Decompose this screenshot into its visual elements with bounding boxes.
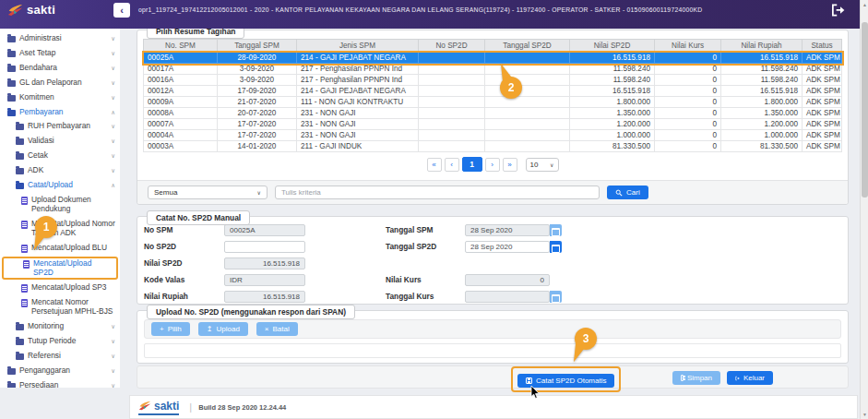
table-row-00012A[interactable]: 00012A17-09-2020214 - GAJI PEJABAT NEGAR… [144, 86, 842, 97]
input-no-spm [224, 224, 305, 236]
label-tanggal-spm: Tanggal SPM [386, 224, 433, 236]
label-nilai-rupiah: Nilai Rupiah [144, 291, 188, 303]
cell-no-sp2d [419, 130, 485, 141]
chevron-down-icon: ∨ [111, 152, 115, 160]
sidebar-item-aset-tetap[interactable]: Aset Tetap∨ [0, 46, 120, 61]
batal-button[interactable]: × Batal [256, 322, 298, 336]
build-info: Build 28 Sep 2020 12.24.44 [198, 403, 286, 412]
upload-toolbar: + Pilih ↥ Upload × Batal [144, 319, 841, 339]
cell-no-spm: 00025A [144, 53, 218, 64]
sidebar-item-upload-dokumen-pendukung[interactable]: Upload Dokumen Pendukung [0, 193, 120, 217]
upload-button[interactable]: ↥ Upload [198, 322, 248, 336]
input-no-sp2d[interactable] [224, 241, 305, 253]
table-row-00016A[interactable]: 00016A3-09-2020217 - Penghasilan PPNPN I… [144, 75, 842, 86]
cell-status: ADK SPM [803, 97, 842, 108]
table-row-00025A[interactable]: 00025A28-09-2020214 - GAJI PEJABAT NEGAR… [144, 53, 842, 64]
criteria-input[interactable] [275, 186, 600, 199]
sidebar-item-gl-dan-pelaporan[interactable]: GL dan Pelaporan∨ [0, 76, 120, 90]
scroll-up-icon[interactable]: ▲ [861, 0, 868, 9]
cell-nilai-kurs: 0 [655, 119, 721, 130]
column-header-no-spm: No. SPM [144, 40, 218, 53]
cell-status: ADK SPM [803, 141, 842, 152]
sidebar-item-cetak[interactable]: Cetak∨ [0, 149, 120, 163]
sidebar-item-penganggaran[interactable]: Penganggaran∨ [0, 364, 120, 378]
sidebar-item-mencatat-upload-sp2d[interactable]: Mencatat/Upload SP2D 1 [2, 257, 118, 281]
sidebar-item-validasi[interactable]: Validasi∨ [0, 134, 120, 149]
logo-text: sakti [27, 3, 55, 17]
cell-no-spm: 00007A [144, 119, 218, 130]
sidebar-item-persediaan[interactable]: Persediaan∨ [0, 378, 120, 388]
sidebar-item-ruh-pembayaran[interactable]: RUH Pembayaran∨ [0, 119, 120, 134]
table-row-00004A[interactable]: 00004A17-07-2020231 - NON GAJI1.000.0000… [144, 130, 842, 141]
sidebar-item-mencatat-upload-sp3[interactable]: Mencatat/Upload SP3 [0, 281, 120, 295]
label-nilai-sp2d: Nilai SP2D [144, 257, 183, 269]
chevron-down-icon: ∨ [550, 162, 553, 168]
cari-button[interactable]: Cari [607, 186, 648, 199]
table-row-00007A[interactable]: 00007A17-07-2020231 - NON GAJI1.200.0000… [144, 119, 842, 130]
page-current[interactable]: 1 [462, 157, 482, 172]
table-row-00017A[interactable]: 00017A3-09-2020217 - Penghasilan PPNPN I… [144, 64, 842, 75]
cell-tanggal-sp2d [485, 130, 570, 141]
sidebar-item-mencatat-upload-blu[interactable]: Mencatat/Upload BLU [0, 241, 120, 256]
pilih-button[interactable]: + Pilih [151, 322, 190, 336]
calendar-icon [550, 224, 562, 236]
back-button[interactable]: ‹ [113, 3, 130, 18]
table-row-00008A[interactable]: 00008A20-07-2020231 - NON GAJI1.350.0000… [144, 108, 842, 119]
sidebar-item-monitoring[interactable]: Monitoring∨ [0, 319, 120, 334]
cell-nilai-sp2d: 16.515.918 [570, 86, 655, 97]
sidebar-item-mencatat-upload-nomor-tagihan-adk[interactable]: Mencatat/Upload Nomor Tagihan ADK [0, 217, 120, 241]
scrollbar-thumb[interactable] [862, 22, 868, 198]
upload-label: Upload [217, 325, 240, 333]
sidebar-item-komitmen[interactable]: Komitmen∨ [0, 90, 120, 105]
chevron-down-icon: ∨ [111, 94, 115, 102]
sidebar-item-mencatat-nomor-persetujuan-mphl-bjs[interactable]: Mencatat Nomor Persetujuan MPHL-BJS [0, 295, 120, 319]
pilih-label: Pilih [168, 325, 182, 333]
sidebar-item-pembayaran[interactable]: Pembayaran∧ [0, 105, 120, 120]
label-tanggal-sp2d: Tanggal SP2D [386, 241, 436, 253]
column-header-tanggal-spm: Tanggal SPM [218, 40, 297, 53]
column-header-nilai-sp2d: Nilai SP2D [570, 40, 655, 53]
page-prev-button[interactable]: ‹ [445, 158, 459, 172]
logout-icon[interactable] [831, 4, 845, 17]
page-next-button[interactable]: › [485, 158, 500, 172]
cell-status: ADK SPM [803, 130, 842, 141]
catat-otomatis-label: Catat SP2D Otomatis [536, 377, 606, 385]
keluar-button[interactable]: Keluar [727, 371, 773, 385]
folder-icon [16, 339, 24, 345]
sidebar-item-label: Komitmen [19, 93, 107, 102]
catat-sp2d-manual-panel: Catat No. SP2D Manual No SPM Tanggal SPM… [137, 216, 849, 305]
page-first-button[interactable]: « [427, 158, 442, 172]
input-tanggal-sp2d[interactable] [465, 241, 550, 253]
page-size-select[interactable]: 10 ∨ [526, 158, 559, 172]
folder-icon [7, 80, 16, 87]
page-last-button[interactable]: » [503, 158, 517, 172]
sidebar-item-label: Mencatat Nomor Persetujuan MPHL-BJS [31, 298, 115, 317]
session-info: opr1_119724_197412212005012001 - 2020 - … [138, 0, 703, 20]
filter-field-select[interactable]: Semua ∨ [148, 186, 268, 199]
chevron-down-icon: ∨ [111, 79, 115, 87]
label-no-spm: No SPM [144, 224, 172, 236]
cell-nilai-rupiah: 81.330.500 [721, 141, 803, 152]
cell-tanggal-sp2d [485, 75, 570, 86]
sidebar-item-label: Upload Dokumen Pendukung [31, 196, 115, 214]
sidebar-item-bendahara[interactable]: Bendahara∨ [0, 61, 120, 76]
cell-tanggal-sp2d [485, 141, 570, 152]
cell-nilai-sp2d: 81.330.500 [570, 141, 655, 152]
sidebar-item-adk[interactable]: ADK∨ [0, 163, 120, 178]
sidebar-item-catat-upload[interactable]: Catat/Upload∧ [0, 178, 120, 193]
table-row-00009A[interactable]: 00009A21-07-2020111 - NON GAJI KONTRAKTU… [144, 97, 842, 108]
sidebar-item-tutup-periode[interactable]: Tutup Periode∨ [0, 334, 120, 349]
table-row-00003A[interactable]: 00003A14-01-2020211 - GAJI INDUK81.330.5… [144, 141, 842, 152]
sidebar-item-referensi[interactable]: Referensi∨ [0, 349, 120, 364]
filter-bar: Semua ∨ Cari [137, 180, 848, 204]
simpan-button[interactable]: Simpan [672, 371, 720, 385]
cell-no-sp2d [419, 97, 485, 108]
scroll-down-icon[interactable]: ▼ [861, 410, 868, 419]
calendar-icon[interactable] [550, 241, 562, 253]
sidebar-item-administrasi[interactable]: Administrasi∨ [0, 31, 120, 46]
folder-icon [16, 353, 24, 360]
page-scrollbar[interactable]: ▲ ▼ [860, 0, 868, 419]
document-icon [21, 245, 28, 253]
catat-sp2d-otomatis-button[interactable]: Catat SP2D Otomatis [517, 374, 614, 388]
sidebar-item-label: RUH Pembayaran [28, 122, 107, 131]
